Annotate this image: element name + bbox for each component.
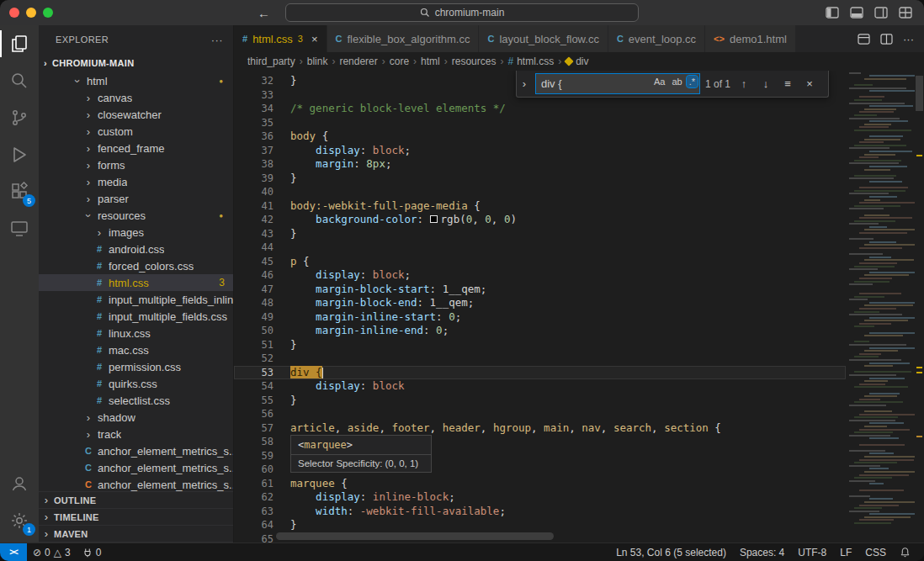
tree-item-linux-css[interactable]: #linux.css — [39, 325, 233, 341]
toggle-primary-sidebar-icon[interactable] — [826, 7, 839, 19]
toggle-replace-chevron-icon[interactable]: › — [518, 77, 530, 90]
code-line-42[interactable]: 42 background-color: rgb(0, 0, 0) — [234, 213, 846, 227]
tab-demo1-html[interactable]: <>demo1.html — [705, 25, 796, 52]
encoding[interactable]: UTF-8 — [791, 547, 833, 558]
code-line-37[interactable]: 37 display: block; — [234, 144, 846, 158]
code-line-46[interactable]: 46 display: block; — [234, 268, 846, 283]
more-actions-icon[interactable]: ··· — [903, 33, 914, 45]
code-line-55[interactable]: 55} — [234, 394, 846, 408]
cursor-position[interactable]: Ln 53, Col 6 (5 selected) — [609, 547, 733, 558]
tree-item-html-css[interactable]: #html.css3 — [39, 274, 233, 291]
tree-item-track[interactable]: ›track — [39, 426, 233, 442]
regex-toggle[interactable]: .* — [687, 76, 698, 87]
code-line-61[interactable]: 61marquee { — [234, 477, 846, 491]
tree-item-shadow[interactable]: ›shadow — [39, 409, 233, 426]
tree-item-anchor-element-metrics-s-[interactable]: Canchor_element_metrics_s... — [39, 459, 233, 476]
code-line-50[interactable]: 50 margin-inline-end: 0; — [234, 324, 846, 338]
horizontal-scrollbar[interactable] — [276, 532, 554, 540]
settings-gear-icon[interactable]: 1 — [0, 502, 39, 539]
tree-item-resources[interactable]: ›resources● — [39, 207, 233, 224]
code-line-57[interactable]: 57article, aside, footer, header, hgroup… — [234, 421, 846, 436]
match-case-toggle[interactable]: Aa — [651, 76, 667, 87]
code-line-47[interactable]: 47 margin-block-start: 1__qem; — [234, 283, 846, 297]
tree-item-images[interactable]: ›images — [39, 224, 233, 241]
code-line-48[interactable]: 48 margin-block-end: 1__qem; — [234, 296, 846, 310]
tree-item-html[interactable]: ›html● — [39, 72, 233, 89]
tab-event-loop-cc[interactable]: Cevent_loop.cc — [608, 25, 705, 52]
toggle-secondary-sidebar-icon[interactable] — [874, 7, 888, 19]
breadcrumb-item-core[interactable]: core — [390, 56, 409, 67]
breadcrumb-item-html-css[interactable]: #html.css — [507, 56, 554, 67]
code-line-45[interactable]: 45p { — [234, 255, 846, 269]
code-line-34[interactable]: 34/* generic block-level elements */ — [234, 102, 846, 116]
tree-item-custom[interactable]: ›custom — [39, 123, 233, 140]
code-line-64[interactable]: 64} — [234, 518, 846, 532]
customize-layout-icon[interactable] — [899, 7, 912, 19]
indentation[interactable]: Spaces: 4 — [733, 547, 791, 558]
tab-flexible-box-algorithm-cc[interactable]: Cflexible_box_algorithm.cc — [327, 25, 480, 52]
workspace-section-header[interactable]: › CHROMIUM-MAIN — [39, 54, 233, 72]
tree-item-mac-css[interactable]: #mac.css — [39, 341, 233, 358]
tree-item-anchor-element-metrics-s-[interactable]: Canchor_element_metrics_s... — [39, 476, 233, 491]
tree-item-closewatcher[interactable]: ›closewatcher — [39, 106, 233, 123]
explorer-icon[interactable] — [0, 25, 39, 62]
code-line-36[interactable]: 36body { — [234, 130, 846, 144]
tree-item-permission-css[interactable]: #permission.css — [39, 358, 233, 375]
close-find-icon[interactable]: × — [801, 77, 818, 90]
zoom-window-button[interactable] — [43, 8, 53, 18]
bell-icon[interactable] — [893, 547, 917, 558]
tree-item-fenced-frame[interactable]: ›fenced_frame — [39, 140, 233, 156]
whole-word-toggle[interactable]: ab — [669, 76, 684, 87]
tree-item-input-multiple-fields-css[interactable]: #input_multiple_fields.css — [39, 308, 233, 325]
search-view-icon[interactable] — [0, 62, 39, 99]
tree-item-input-multiple-fields-inlin-[interactable]: #input_multiple_fields_inlin... — [39, 291, 233, 308]
code-line-40[interactable]: 40 — [234, 185, 846, 199]
scrollbar-thumb[interactable] — [916, 76, 923, 111]
code-line-38[interactable]: 38 margin: 8px; — [234, 157, 846, 172]
remote-indicator[interactable]: >< — [0, 543, 27, 561]
tree-item-quirks-css[interactable]: #quirks.css — [39, 375, 233, 392]
tree-item-anchor-element-metrics-s-[interactable]: Canchor_element_metrics_s... — [39, 442, 233, 459]
color-swatch[interactable] — [430, 215, 438, 223]
code-line-43[interactable]: 43} — [234, 227, 846, 241]
tree-item-canvas[interactable]: ›canvas — [39, 89, 233, 106]
code-line-41[interactable]: 41body:-webkit-full-page-media { — [234, 199, 846, 214]
command-center[interactable]: chromium-main — [285, 3, 639, 22]
breadcrumb-item-third-party[interactable]: third_party — [247, 56, 295, 67]
next-match-icon[interactable]: ↓ — [757, 77, 774, 90]
breadcrumb-item-renderer[interactable]: renderer — [339, 56, 377, 67]
extensions-icon[interactable]: 5 — [0, 173, 39, 210]
close-tab-icon[interactable]: × — [311, 33, 318, 45]
code-line-49[interactable]: 49 margin-inline-start: 0; — [234, 310, 846, 325]
run-debug-icon[interactable] — [0, 136, 39, 173]
previous-match-icon[interactable]: ↑ — [735, 77, 752, 90]
breadcrumb-item-resources[interactable]: resources — [452, 56, 497, 67]
tree-item-forms[interactable]: ›forms — [39, 156, 233, 173]
sidebar-section-outline[interactable]: ›OUTLINE — [39, 492, 233, 509]
toggle-panel-icon[interactable] — [850, 7, 863, 19]
accounts-icon[interactable] — [0, 465, 39, 502]
tab-html-css[interactable]: #html.css3× — [234, 25, 327, 52]
code-line-52[interactable]: 52 — [234, 352, 846, 366]
split-editor-icon[interactable] — [880, 34, 893, 45]
sidebar-section-timeline[interactable]: ›TIMELINE — [39, 509, 233, 526]
language-mode[interactable]: CSS — [858, 547, 893, 558]
ports-indicator[interactable]: 0 — [77, 543, 108, 561]
code-line-51[interactable]: 51} — [234, 338, 846, 352]
code-line-44[interactable]: 44 — [234, 241, 846, 255]
problems-indicator[interactable]: ⊘ 0 △ 3 — [27, 543, 77, 561]
toggle-layout-icon[interactable] — [858, 34, 870, 45]
minimize-window-button[interactable] — [26, 8, 36, 18]
tree-item-forced-colors-css[interactable]: #forced_colors.css — [39, 257, 233, 274]
vertical-scrollbar[interactable] — [915, 71, 924, 542]
code-line-56[interactable]: 56 — [234, 407, 846, 421]
sidebar-section-maven[interactable]: ›MAVEN — [39, 526, 233, 542]
minimap[interactable] — [846, 71, 915, 542]
code-line-35[interactable]: 35 — [234, 116, 846, 130]
back-icon[interactable]: ← — [258, 6, 270, 20]
code-line-53[interactable]: 53div { — [234, 366, 846, 380]
close-window-button[interactable] — [9, 8, 19, 18]
tree-item-selectlist-css[interactable]: #selectlist.css — [39, 392, 233, 409]
breadcrumb-item-div[interactable]: div — [566, 56, 588, 67]
code-line-54[interactable]: 54 display: block — [234, 379, 846, 394]
